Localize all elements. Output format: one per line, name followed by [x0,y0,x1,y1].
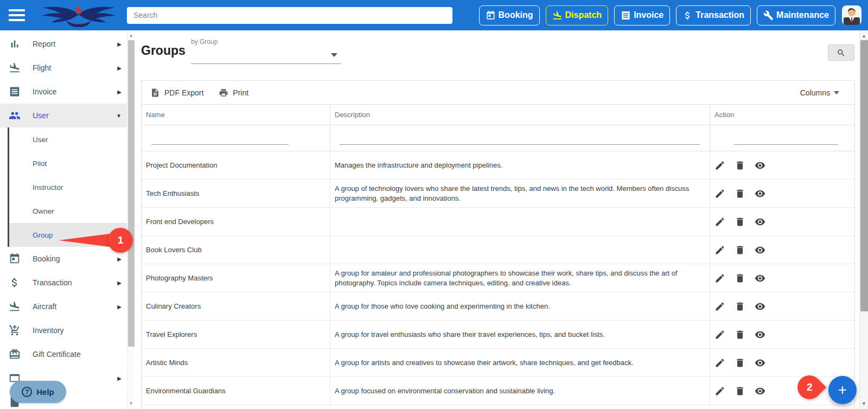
nav-button-booking[interactable]: Booking [479,5,540,25]
sidebar-item-transaction[interactable]: Transaction▶ [0,271,127,295]
pdf-export-button[interactable]: PDF Export [150,88,203,98]
page-scrollbar-thumb[interactable] [860,40,868,311]
edit-icon[interactable] [714,245,725,255]
group-by-select[interactable]: by Group [191,38,341,64]
help-button[interactable]: ? Help [10,381,66,403]
sidebar-item-booking[interactable]: Booking▶ [0,247,127,271]
add-group-fab[interactable]: + [828,376,857,404]
page-scrollbar[interactable]: ▲ ▼ [859,30,868,409]
sidebar-item-report[interactable]: Report▶ [0,32,127,56]
name-filter-input[interactable] [151,134,289,145]
chevron-right-icon: ▶ [117,304,122,310]
sidebar-subitem-instructor[interactable]: Instructor [9,175,127,199]
view-icon[interactable] [755,273,765,284]
description-filter-input[interactable] [340,134,700,145]
group-description-cell: Manages the infrastructure and deploymen… [330,151,710,179]
sidebar-item-gift-certificate[interactable]: Gift Certificate [0,342,127,366]
delete-icon[interactable] [735,386,745,397]
sidebar-item-aircraft[interactable]: Aircraft▶ [0,295,127,318]
delete-icon[interactable] [735,301,745,312]
scrollbar-down-icon[interactable]: ▼ [127,400,135,407]
view-icon[interactable] [755,188,765,199]
sidebar-item-flight[interactable]: Flight▶ [0,56,127,80]
group-name-cell: Project Documentation [142,151,330,179]
scrollbar-up-icon[interactable]: ▲ [860,31,868,40]
menu-icon[interactable] [9,9,25,21]
sidebar-item-invoice[interactable]: Invoice▶ [0,80,127,104]
sidebar-submenu-user: UserPilotInstructorOwnerGroup [8,127,127,247]
column-header-description[interactable]: Description [330,105,710,125]
sidebar-item-inventory[interactable]: Inventory [0,318,127,342]
chevron-down-icon [331,53,337,57]
edit-icon[interactable] [714,160,725,171]
sidebar-subitem-pilot[interactable]: Pilot [9,151,127,175]
chevron-right-icon: ▶ [117,65,122,71]
sidebar-subitem-owner[interactable]: Owner [9,199,127,223]
chevron-down-icon: ▼ [116,113,122,119]
nav-button-label: Booking [499,10,533,20]
app-logo-icon[interactable] [38,3,119,28]
annotation-step-1-number: 1 [118,234,124,246]
view-icon[interactable] [755,216,765,227]
view-icon[interactable] [755,301,765,312]
sidebar-scrollbar[interactable]: ▲ ▼ [127,30,135,409]
nav-button-invoice[interactable]: Invoice [614,5,670,25]
view-icon[interactable] [755,245,765,255]
annotation-step-2-number: 2 [807,381,813,393]
main-content: Groups by Group PDF Export Print Columns… [135,30,859,409]
group-name-cell: Artistic Minds [142,349,330,376]
edit-icon[interactable] [714,273,725,284]
edit-icon[interactable] [714,329,725,340]
sidebar-item-user[interactable]: User▼ [0,104,127,127]
action-filter-input[interactable] [734,134,838,145]
edit-icon[interactable] [714,357,725,368]
table-search-button[interactable] [828,44,854,61]
scrollbar-down-icon[interactable]: ▼ [860,399,868,408]
page-header: Groups by Group [135,30,859,80]
sidebar-item-label: Flight [33,63,51,72]
row-actions-cell [710,151,854,179]
global-search-input[interactable] [127,7,452,24]
chevron-right-icon: ▶ [117,256,122,262]
nav-button-maintenance[interactable]: Maintenance [757,5,835,25]
nav-button-transaction[interactable]: Transaction [676,5,751,25]
delete-icon[interactable] [735,160,745,171]
search-icon [837,48,846,57]
group-description-cell: A group of technology lovers who share t… [330,180,710,207]
sidebar-subitem-user[interactable]: User [9,127,127,151]
edit-icon[interactable] [714,386,725,397]
sidebar-subitem-label: Instructor [33,183,63,191]
delete-icon[interactable] [735,216,745,227]
group-name-cell: Environmental Guardians [142,377,330,405]
edit-icon[interactable] [714,188,725,199]
group-name-cell: Travel Explorers [142,321,330,348]
view-icon[interactable] [755,160,765,171]
sidebar-scrollbar-thumb[interactable] [128,40,135,347]
columns-dropdown[interactable]: Columns [800,88,839,97]
delete-icon[interactable] [735,188,745,199]
group-description-cell [330,236,710,264]
nav-button-dispatch[interactable]: Dispatch [546,5,609,25]
user-avatar[interactable] [842,5,861,25]
delete-icon[interactable] [735,357,745,368]
scrollbar-up-icon[interactable]: ▲ [127,32,135,40]
row-actions-cell [710,264,854,292]
delete-icon[interactable] [735,273,745,284]
annotation-step-1: 1 [108,228,133,253]
view-icon[interactable] [755,357,765,368]
column-header-name[interactable]: Name [142,105,330,125]
page-title: Groups [141,43,186,58]
navbar-buttons: BookingDispatchInvoiceTransactionMainten… [479,5,835,25]
nav-button-label: Transaction [695,10,744,20]
row-actions-cell [710,208,854,235]
print-button[interactable]: Print [219,88,248,98]
delete-icon[interactable] [735,329,745,340]
edit-icon[interactable] [714,216,725,227]
sidebar-item-label: Gift Certificate [33,350,81,359]
edit-icon[interactable] [714,301,725,312]
delete-icon[interactable] [735,245,745,255]
column-header-action[interactable]: Action [710,105,854,125]
view-icon[interactable] [755,386,765,397]
receipt-icon [621,10,631,21]
view-icon[interactable] [755,329,765,340]
